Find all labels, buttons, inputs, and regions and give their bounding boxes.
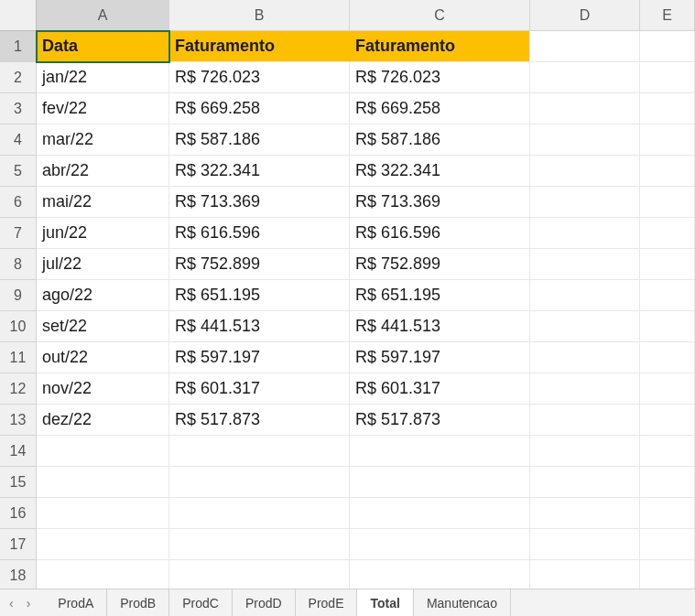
cell-A1[interactable]: Data [37, 31, 169, 62]
cell-C13[interactable]: R$ 517.873 [350, 405, 530, 436]
cell-A17[interactable] [37, 529, 169, 560]
cell-A15[interactable] [37, 467, 169, 498]
row-header-5[interactable]: 5 [0, 156, 37, 187]
row-header-4[interactable]: 4 [0, 124, 37, 156]
row-header-7[interactable]: 7 [0, 218, 37, 249]
row-header-14[interactable]: 14 [0, 436, 37, 467]
row-header-16[interactable]: 16 [0, 498, 37, 529]
cell-C1[interactable]: Faturamento [350, 31, 530, 62]
sheet-tab-total[interactable]: Total [357, 589, 413, 616]
cell-C3[interactable]: R$ 669.258 [350, 93, 530, 124]
cell-C6[interactable]: R$ 713.369 [350, 187, 530, 218]
sheet-tab-prode[interactable]: ProdE [296, 589, 358, 616]
tab-nav-prev-icon[interactable]: ‹ [9, 596, 14, 611]
cell-C5[interactable]: R$ 322.341 [350, 156, 530, 187]
cell-E3[interactable] [640, 93, 695, 124]
cell-B3[interactable]: R$ 669.258 [169, 93, 350, 124]
cell-E15[interactable] [640, 467, 695, 498]
cell-A7[interactable]: jun/22 [37, 218, 169, 249]
cell-C12[interactable]: R$ 601.317 [350, 373, 530, 405]
cell-D16[interactable] [530, 498, 640, 529]
cell-D3[interactable] [530, 93, 640, 124]
column-header-C[interactable]: C [350, 0, 530, 31]
cell-A13[interactable]: dez/22 [37, 405, 169, 436]
cell-A5[interactable]: abr/22 [37, 156, 169, 187]
cell-D14[interactable] [530, 436, 640, 467]
cell-B15[interactable] [169, 467, 350, 498]
row-header-1[interactable]: 1 [0, 31, 37, 62]
sheet-tab-prodc[interactable]: ProdC [169, 589, 233, 616]
cell-D13[interactable] [530, 405, 640, 436]
cell-A11[interactable]: out/22 [37, 342, 169, 373]
sheet-tab-proda[interactable]: ProdA [45, 589, 107, 616]
row-header-6[interactable]: 6 [0, 187, 37, 218]
cell-B6[interactable]: R$ 713.369 [169, 187, 350, 218]
row-header-12[interactable]: 12 [0, 373, 37, 405]
cell-B2[interactable]: R$ 726.023 [169, 62, 350, 93]
cell-E5[interactable] [640, 156, 695, 187]
cell-A10[interactable]: set/22 [37, 311, 169, 342]
cell-A12[interactable]: nov/22 [37, 373, 169, 405]
row-header-10[interactable]: 10 [0, 311, 37, 342]
cell-B17[interactable] [169, 529, 350, 560]
row-header-8[interactable]: 8 [0, 249, 37, 280]
cell-B10[interactable]: R$ 441.513 [169, 311, 350, 342]
cell-E18[interactable] [640, 560, 695, 591]
row-header-15[interactable]: 15 [0, 467, 37, 498]
cell-C16[interactable] [350, 498, 530, 529]
cell-D5[interactable] [530, 156, 640, 187]
cell-E1[interactable] [640, 31, 695, 62]
cell-D1[interactable] [530, 31, 640, 62]
cell-B8[interactable]: R$ 752.899 [169, 249, 350, 280]
cell-C14[interactable] [350, 436, 530, 467]
row-header-9[interactable]: 9 [0, 280, 37, 311]
cell-C17[interactable] [350, 529, 530, 560]
cell-C2[interactable]: R$ 726.023 [350, 62, 530, 93]
cell-E6[interactable] [640, 187, 695, 218]
cell-E9[interactable] [640, 280, 695, 311]
cell-E14[interactable] [640, 436, 695, 467]
cell-E4[interactable] [640, 124, 695, 156]
cell-C4[interactable]: R$ 587.186 [350, 124, 530, 156]
row-header-3[interactable]: 3 [0, 93, 37, 124]
cell-C9[interactable]: R$ 651.195 [350, 280, 530, 311]
cell-E11[interactable] [640, 342, 695, 373]
cell-D11[interactable] [530, 342, 640, 373]
cell-A16[interactable] [37, 498, 169, 529]
cell-D18[interactable] [530, 560, 640, 591]
cell-B1[interactable]: Faturamento [169, 31, 350, 62]
cell-A2[interactable]: jan/22 [37, 62, 169, 93]
cell-C10[interactable]: R$ 441.513 [350, 311, 530, 342]
cell-E12[interactable] [640, 373, 695, 405]
tab-nav-next-icon[interactable]: › [27, 596, 31, 611]
sheet-tab-prodb[interactable]: ProdB [107, 589, 169, 616]
cell-D7[interactable] [530, 218, 640, 249]
cell-D17[interactable] [530, 529, 640, 560]
row-header-2[interactable]: 2 [0, 62, 37, 93]
cell-C15[interactable] [350, 467, 530, 498]
cell-E2[interactable] [640, 62, 695, 93]
cell-D9[interactable] [530, 280, 640, 311]
cell-A3[interactable]: fev/22 [37, 93, 169, 124]
column-header-A[interactable]: A [37, 0, 169, 31]
cell-D2[interactable] [530, 62, 640, 93]
cell-B5[interactable]: R$ 322.341 [169, 156, 350, 187]
cell-C8[interactable]: R$ 752.899 [350, 249, 530, 280]
column-header-D[interactable]: D [530, 0, 640, 31]
cell-B4[interactable]: R$ 587.186 [169, 124, 350, 156]
cell-A18[interactable] [37, 560, 169, 591]
cell-C18[interactable] [350, 560, 530, 591]
cell-A6[interactable]: mai/22 [37, 187, 169, 218]
cell-A4[interactable]: mar/22 [37, 124, 169, 156]
cell-B18[interactable] [169, 560, 350, 591]
cell-E8[interactable] [640, 249, 695, 280]
cell-D15[interactable] [530, 467, 640, 498]
cell-E7[interactable] [640, 218, 695, 249]
cell-B13[interactable]: R$ 517.873 [169, 405, 350, 436]
sheet-tab-manutencao[interactable]: Manutencao [414, 589, 511, 616]
row-header-11[interactable]: 11 [0, 342, 37, 373]
cell-A8[interactable]: jul/22 [37, 249, 169, 280]
cell-D10[interactable] [530, 311, 640, 342]
cell-C7[interactable]: R$ 616.596 [350, 218, 530, 249]
cell-B9[interactable]: R$ 651.195 [169, 280, 350, 311]
